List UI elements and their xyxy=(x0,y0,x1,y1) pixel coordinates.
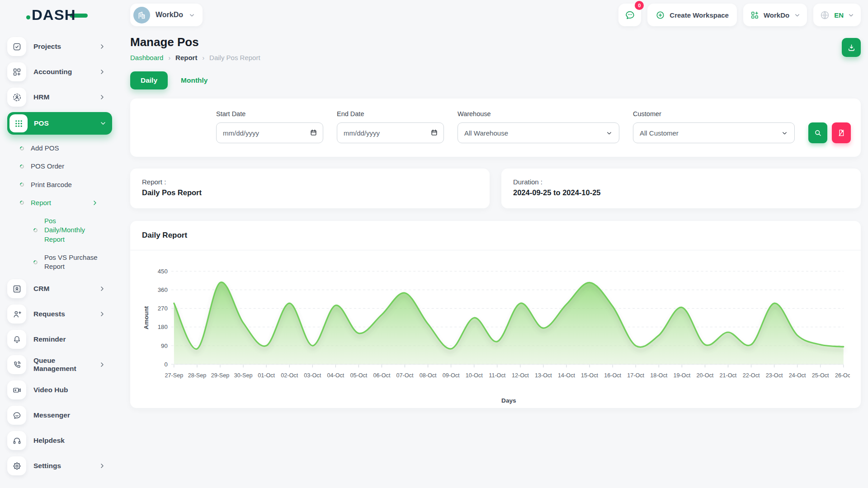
sidebar-subitem-print-barcode[interactable]: Print Barcode xyxy=(7,176,112,194)
x-axis-title: Days xyxy=(501,397,516,404)
workspace-switcher-label: WorkDo xyxy=(764,11,789,19)
sidebar-item-projects[interactable]: Projects xyxy=(7,36,112,57)
chart-card: Daily Report 09018027036045027-Sep28-Sep… xyxy=(130,221,861,408)
video-icon xyxy=(7,380,26,399)
svg-text:26-Oct: 26-Oct xyxy=(835,372,850,379)
svg-text:21-Oct: 21-Oct xyxy=(720,372,737,379)
customer-select[interactable]: All Customer xyxy=(633,122,795,143)
sidebar-item-label: HRM xyxy=(33,93,99,101)
tab-monthly[interactable]: Monthly xyxy=(170,71,218,89)
sidebar-subitem-report[interactable]: Report xyxy=(7,194,112,212)
topbar-right: 0 Create Workspace WorkDo EN xyxy=(618,4,861,26)
chevron-down-icon xyxy=(781,130,788,136)
sidebar-subitem-add-pos[interactable]: Add POS xyxy=(7,139,112,157)
breadcrumb-dashboard[interactable]: Dashboard xyxy=(130,54,163,61)
svg-text:19-Oct: 19-Oct xyxy=(673,372,690,379)
chevron-down-icon xyxy=(848,12,854,19)
svg-text:180: 180 xyxy=(158,324,168,330)
checkbox-icon xyxy=(7,37,26,56)
daily-report-chart: 09018027036045027-Sep28-Sep29-Sep30-Sep0… xyxy=(130,250,861,408)
bullet-icon xyxy=(19,200,25,206)
download-button[interactable] xyxy=(842,38,861,57)
sidebar-item-helpdesk[interactable]: Helpdesk xyxy=(7,430,112,451)
sidebar-item-reminder[interactable]: Reminder xyxy=(7,329,112,350)
messages-button[interactable]: 0 xyxy=(618,4,641,26)
sidebar-item-label: Projects xyxy=(33,42,99,51)
chevron-down-icon xyxy=(606,130,613,136)
warehouse-field: Warehouse All Warehouse xyxy=(458,110,619,143)
sidebar-item-requests[interactable]: Requests xyxy=(7,304,112,324)
summary-row: Report : Daily Pos Report Duration : 202… xyxy=(130,169,861,208)
pos-grid-icon xyxy=(9,114,28,132)
sidebar-subitem-pos-order[interactable]: POS Order xyxy=(7,157,112,175)
tab-daily[interactable]: Daily xyxy=(130,71,168,89)
customer-field: Customer All Customer xyxy=(633,110,795,143)
svg-text:360: 360 xyxy=(158,286,168,293)
svg-text:270: 270 xyxy=(158,305,168,312)
svg-text:29-Sep: 29-Sep xyxy=(211,372,230,379)
sidebar-item-queue-management[interactable]: Queue Management xyxy=(7,354,112,375)
headset-icon xyxy=(7,431,26,450)
start-date-input[interactable] xyxy=(216,122,323,143)
sidebar-subitem-label: Print Barcode xyxy=(31,180,99,189)
warehouse-label: Warehouse xyxy=(458,110,619,117)
svg-text:0: 0 xyxy=(164,361,167,368)
svg-text:03-Oct: 03-Oct xyxy=(304,372,321,379)
warehouse-select[interactable]: All Warehouse xyxy=(458,122,619,143)
sidebar-item-label: Settings xyxy=(33,462,99,470)
workspace-selector[interactable]: WorkDo xyxy=(130,4,203,26)
create-workspace-label: Create Workspace xyxy=(670,11,729,19)
chevron-down-icon xyxy=(189,12,195,19)
sidebar-subitem-label: Pos Daily/Monthly Report xyxy=(44,216,99,244)
sidebar-item-messenger[interactable]: Messenger xyxy=(7,405,112,426)
svg-text:11-Oct: 11-Oct xyxy=(489,372,505,379)
chevron-right-icon xyxy=(99,462,106,469)
language-selector[interactable]: EN xyxy=(813,4,861,26)
svg-text:12-Oct: 12-Oct xyxy=(512,372,529,379)
svg-text:22-Oct: 22-Oct xyxy=(743,372,760,379)
chart-header: Daily Report xyxy=(130,221,861,250)
duration-summary-card: Duration : 2024-09-25 to 2024-10-25 xyxy=(501,169,861,208)
chevron-down-icon xyxy=(99,120,107,127)
sidebar-item-label: CRM xyxy=(33,285,99,293)
building-icon xyxy=(137,10,146,20)
sidebar-item-label: Helpdesk xyxy=(33,436,106,445)
report-value: Daily Pos Report xyxy=(142,188,478,197)
sidebar-item-hrm[interactable]: HRM xyxy=(7,87,112,108)
plus-circle-icon xyxy=(656,10,665,20)
sidebar-item-label: Queue Management xyxy=(33,357,99,373)
end-date-input[interactable] xyxy=(337,122,444,143)
language-label: EN xyxy=(834,11,844,19)
end-date-field: End Date xyxy=(337,110,444,143)
svg-text:24-Oct: 24-Oct xyxy=(789,372,806,379)
report-label: Report : xyxy=(142,178,478,186)
search-button[interactable] xyxy=(808,122,827,143)
breadcrumb: Dashboard › Report › Daily Pos Report xyxy=(130,54,260,61)
sidebar-subitem-label: Pos VS Purchase Report xyxy=(44,253,99,272)
main-content: Manage Pos Dashboard › Report › Daily Po… xyxy=(118,30,868,488)
sidebar-item-pos[interactable]: POS xyxy=(7,112,112,135)
dash-logo[interactable]: DASH xyxy=(26,6,88,23)
reset-button[interactable] xyxy=(832,122,851,143)
workspace-switcher[interactable]: WorkDo xyxy=(743,4,807,26)
grid-plus-icon xyxy=(750,11,759,19)
sidebar-item-label: Reminder xyxy=(33,335,106,343)
svg-text:15-Oct: 15-Oct xyxy=(581,372,598,379)
filter-actions xyxy=(808,122,851,143)
sidebar-item-video-hub[interactable]: Video Hub xyxy=(7,380,112,400)
search-icon xyxy=(814,129,822,137)
chart-title: Daily Report xyxy=(142,231,187,239)
chevron-right-icon xyxy=(91,199,99,206)
sidebar-item-settings[interactable]: Settings xyxy=(7,455,112,476)
sidebar-item-crm[interactable]: CRM xyxy=(7,278,112,299)
sidebar-subitem-pos-vs-purchase-report[interactable]: Pos VS Purchase Report xyxy=(7,249,112,276)
create-workspace-button[interactable]: Create Workspace xyxy=(647,4,737,26)
svg-text:27-Sep: 27-Sep xyxy=(165,372,184,379)
chevron-separator-icon: › xyxy=(202,54,204,61)
chat-dots-icon xyxy=(624,9,636,21)
svg-text:06-Oct: 06-Oct xyxy=(373,372,391,379)
sidebar-subitem-pos-daily-monthly-report[interactable]: Pos Daily/Monthly Report xyxy=(7,212,112,249)
breadcrumb-report[interactable]: Report xyxy=(175,54,197,61)
sidebar-item-accounting[interactable]: Accounting xyxy=(7,61,112,82)
bullet-icon xyxy=(33,259,38,265)
